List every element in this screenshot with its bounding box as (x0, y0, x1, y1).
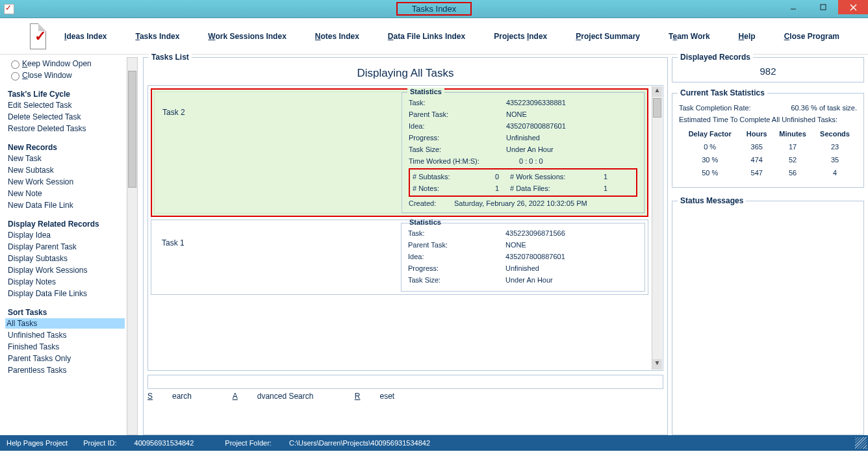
value: NONE (505, 241, 526, 249)
label: # Subtasks: (413, 173, 484, 181)
value: Under An Hour (506, 145, 554, 153)
sidebar-link[interactable]: Display Data File Links (8, 288, 122, 299)
sidebar-link[interactable]: Display Work Sessions (8, 265, 122, 275)
sidebar-link[interactable]: Display Idea (8, 230, 122, 240)
sidebar-link[interactable]: Finished Tasks (8, 342, 122, 352)
table-cell: 0 % (679, 140, 741, 153)
counts-box: # Subtasks: 0 # Work Sessions: 1 # Notes… (409, 168, 637, 197)
search-link[interactable]: Search (147, 392, 211, 401)
menu-item[interactable]: Team Work (669, 32, 710, 41)
table-header: Seconds (813, 127, 857, 140)
sidebar-link[interactable]: Parentless Tasks (8, 365, 122, 375)
task-card[interactable]: Task 2 Statistics Task:435223096338881 P… (151, 88, 648, 217)
tasks-list-legend: Tasks List (149, 53, 192, 62)
menu-item[interactable]: Work Sessions Index (208, 32, 287, 41)
sidebar-link[interactable]: New Note (8, 188, 122, 199)
legend: Status Messages (678, 196, 746, 205)
sidebar-link[interactable]: Display Parent Task (8, 242, 122, 252)
label: Task Size: (408, 276, 505, 284)
table-header: Minutes (772, 127, 813, 140)
sidebar-link[interactable]: All Tasks (5, 318, 125, 329)
statusbar: Help Pages Project Project ID: 400956931… (0, 435, 868, 451)
label: # Work Sessions: (510, 173, 581, 181)
stats-legend: Statistics (407, 88, 444, 95)
reset-link[interactable]: Reset (355, 392, 414, 401)
titlebar: Tasks Index (0, 0, 868, 18)
menu-item[interactable]: Notes Index (315, 32, 359, 41)
table-cell: 30 % (679, 153, 741, 166)
scroll-up-icon[interactable]: ▲ (652, 86, 662, 97)
search-input[interactable] (147, 375, 663, 389)
sidebar-link[interactable]: New Data File Link (8, 200, 122, 210)
menu-item[interactable]: Projects Index (494, 32, 547, 41)
sidebar-link[interactable]: New Subtask (8, 165, 122, 175)
label: Time Worked (H:M:S): (409, 157, 506, 165)
estimate-table: Delay FactorHoursMinutesSeconds 0 %36517… (679, 127, 857, 179)
scroll-down-icon[interactable]: ▼ (652, 359, 662, 370)
advanced-search-link[interactable]: Advanced Search (233, 392, 333, 401)
menubar: Ideas IndexTasks IndexWork Sessions Inde… (0, 18, 868, 55)
label: # Notes: (413, 184, 484, 192)
sidebar-link[interactable]: Display Subtasks (8, 253, 122, 264)
window-title: Tasks Index (396, 2, 472, 16)
sidebar-link[interactable]: Display Notes (8, 277, 122, 287)
menu-item[interactable]: Help (739, 32, 756, 41)
minimize-button[interactable] (778, 0, 808, 14)
tasks-scrollbar[interactable]: ▲ ▼ (652, 86, 662, 370)
table-cell: 474 (741, 153, 772, 166)
maximize-button[interactable] (808, 0, 838, 14)
section-sort-tasks: Sort Tasks (8, 308, 122, 317)
value: 60.36 % of task size. (791, 104, 858, 112)
value: Unfinished (505, 264, 539, 272)
sidebar-link[interactable]: Delete Selected Task (8, 112, 122, 122)
resize-grip-icon[interactable] (855, 437, 867, 449)
value: 1 (581, 173, 607, 181)
close-button[interactable] (838, 0, 868, 14)
table-row: 0 %3651723 (679, 140, 857, 153)
value: Unfinished (506, 134, 540, 142)
project-id: Project ID: 400956931534842 (83, 439, 209, 447)
label: Task Completion Rate: (679, 104, 791, 112)
label: Task: (408, 229, 505, 237)
label: Idea: (409, 122, 506, 130)
menu-item[interactable]: Ideas Index (64, 32, 107, 41)
displayed-records-value: 982 (678, 66, 858, 77)
sidebar-link[interactable]: New Task (8, 153, 122, 164)
sidebar-link[interactable]: New Work Session (8, 177, 122, 187)
sidebar-scrollbar[interactable] (127, 57, 138, 435)
label: Task Size: (409, 145, 506, 153)
table-cell: 50 % (679, 166, 741, 179)
window-mode-radio[interactable]: Close Window (8, 70, 122, 81)
menu-item[interactable]: Data File Links Index (388, 32, 465, 41)
label: Parent Task: (409, 110, 506, 118)
value: 435207800887601 (505, 253, 565, 260)
app-icon (30, 23, 46, 49)
menu-item[interactable]: Close Program (784, 32, 839, 41)
task-card[interactable]: Task 1 Statistics Task:435223096871566 P… (151, 220, 648, 295)
sidebar-link[interactable]: Unfinished Tasks (8, 330, 122, 340)
section-new-records: New Records (8, 143, 122, 152)
label: Idea: (408, 253, 505, 260)
sidebar-link[interactable]: Parent Tasks Only (8, 353, 122, 364)
task-name: Task 2 (152, 90, 399, 216)
value: NONE (506, 110, 527, 118)
window-mode-radio[interactable]: Keep Window Open (8, 58, 122, 69)
table-cell: 17 (772, 140, 813, 153)
label: Estimated Time To Complete All Unfinishe… (679, 116, 837, 123)
value: 0 : 0 : 0 (519, 157, 543, 165)
project-folder: Project Folder: C:\Users\Darren\Projects… (225, 439, 446, 447)
stats-legend: Statistics (407, 218, 444, 226)
sidebar-link[interactable]: Restore Deleted Tasks (8, 123, 122, 134)
value: 0 (484, 173, 510, 181)
sidebar-link[interactable]: Edit Selected Task (8, 100, 122, 110)
label: Parent Task: (408, 241, 505, 249)
displayed-records-box: Displayed Records 982 (672, 57, 864, 82)
table-header: Delay Factor (679, 127, 741, 140)
value: Saturday, February 26, 2022 10:32:05 PM (454, 199, 587, 207)
menu-item[interactable]: Project Summary (576, 32, 640, 41)
table-cell: 4 (813, 166, 857, 179)
legend: Displayed Records (678, 53, 753, 62)
menu-item[interactable]: Tasks Index (135, 32, 179, 41)
table-cell: 547 (741, 166, 772, 179)
tasks-list-header: Displaying All Tasks (147, 67, 663, 80)
